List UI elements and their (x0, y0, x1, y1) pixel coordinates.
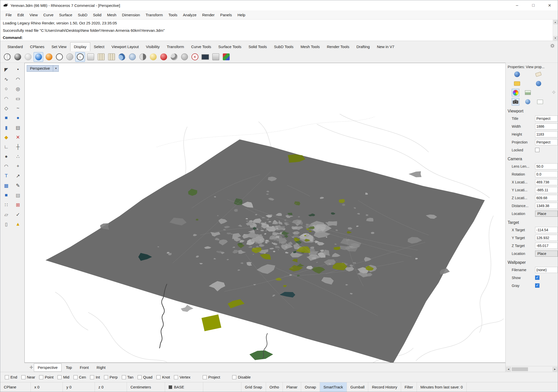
menu-item[interactable]: SubD (75, 11, 90, 19)
osnap-toggle[interactable]: Near (21, 375, 35, 379)
help-icon[interactable] (535, 80, 542, 87)
cylinder-tool-icon[interactable]: ▮ (1, 123, 12, 132)
viewport-title-label[interactable]: Perspective ▼ (27, 65, 59, 72)
shaded-sphere-tool-icon[interactable]: ● (1, 152, 12, 161)
clipping-plane-icon[interactable] (159, 52, 168, 62)
minimize-icon[interactable]: – (509, 0, 525, 10)
status-pane[interactable]: Filter (401, 382, 417, 392)
lens-length-field[interactable]: 50.0 (535, 163, 558, 169)
toolbar-tab[interactable]: SubD Tools (270, 42, 297, 51)
menu-item[interactable]: Dimension (119, 11, 143, 19)
orient-tool-icon[interactable]: ∟ (1, 142, 12, 151)
checkbox-icon[interactable] (57, 375, 62, 379)
osnap-toggle[interactable]: Int (90, 375, 100, 379)
tag-icon[interactable] (535, 70, 542, 78)
plane-tool-icon[interactable]: ▱ (1, 210, 12, 219)
rgb-cube-icon[interactable] (221, 52, 231, 62)
fullscreen-display-icon[interactable] (200, 52, 210, 62)
folder-icon[interactable] (513, 80, 521, 87)
checkbox-icon[interactable] (5, 375, 9, 379)
osnap-toggle[interactable]: Tan (122, 375, 134, 379)
chevron-down-icon[interactable]: ▼ (53, 65, 59, 72)
cone-tool-icon[interactable]: ▲ (13, 220, 23, 229)
check-tool-icon[interactable]: ✓ (13, 210, 23, 219)
checkbox-icon[interactable] (21, 375, 25, 379)
checkbox-icon[interactable] (74, 375, 78, 379)
solid-box-tool-icon[interactable]: ■ (1, 191, 12, 200)
viewport-width-field[interactable]: 1886 (535, 123, 558, 129)
cream-sphere-icon[interactable] (148, 52, 158, 62)
viewport-height-field[interactable]: 1183 (535, 131, 558, 137)
osnap-toggle[interactable]: Quad (138, 375, 153, 379)
toolbar-tab[interactable]: Render Tools (323, 42, 353, 51)
osnap-toggle[interactable]: Mid (57, 375, 69, 379)
toolbar-tab[interactable]: New in V7 (373, 42, 398, 51)
menu-item[interactable]: Panels (217, 11, 235, 19)
z-target-field[interactable]: -65.017 (535, 243, 558, 249)
project-toggle[interactable]: Project (203, 375, 220, 379)
x-location-field[interactable]: 469.738 (535, 179, 558, 185)
layers-tab-icon[interactable] (524, 89, 532, 96)
tube-tool-icon[interactable]: ▯ (1, 220, 12, 229)
osnap-toggle[interactable]: Cen (74, 375, 86, 379)
toolbar-tab[interactable]: CPlanes (26, 42, 48, 51)
z-location-field[interactable]: 609.68 (535, 195, 558, 201)
maximize-icon[interactable]: □ (525, 0, 541, 10)
wallpaper-gray-checkbox[interactable] (535, 283, 539, 288)
toolbar-tab[interactable]: Visibility (142, 42, 163, 51)
menu-item[interactable]: Solid (90, 11, 104, 19)
viewport-title-field[interactable]: Perspect (535, 115, 558, 122)
scroll-up-icon[interactable]: ▲ (553, 20, 557, 24)
toolbar-tab[interactable]: Set View (48, 42, 70, 51)
hatch-tool-icon[interactable]: ▦ (1, 181, 12, 190)
x-target-field[interactable]: -114.54 (535, 227, 558, 233)
point-tool-icon[interactable]: • (13, 65, 23, 74)
rendered-mode-icon[interactable] (34, 52, 43, 62)
gear-icon[interactable] (550, 43, 555, 49)
checkbox-icon[interactable] (90, 375, 94, 379)
disable-toggle[interactable]: Disable (232, 375, 251, 379)
grid-points-tool-icon[interactable]: ∷ (1, 200, 12, 209)
cplane-pane[interactable]: CPlane (0, 382, 31, 392)
surface-tool-icon[interactable]: ▤ (13, 191, 23, 200)
half-shade-icon[interactable] (138, 52, 148, 62)
place-target-button[interactable]: Place (535, 251, 558, 257)
locked-checkbox[interactable] (535, 148, 539, 152)
panel-gear-icon[interactable] (552, 90, 556, 95)
command-prompt[interactable]: Command: (3, 35, 550, 40)
viewport-tab[interactable]: Front (76, 364, 92, 371)
menu-item[interactable]: Curve (40, 11, 56, 19)
menu-item[interactable]: Render (199, 11, 217, 19)
technical-mode-icon[interactable] (54, 52, 64, 62)
toolbar-tab[interactable]: Surface Tools (215, 42, 245, 51)
grid-tool-icon[interactable]: ⊞ (13, 200, 23, 209)
command-area[interactable]: Loading Legacy Rhino Render, version 1.5… (0, 20, 558, 41)
annotate-tool-icon[interactable]: ✎ (13, 181, 23, 190)
artistic-mode-icon[interactable] (65, 52, 75, 62)
viewport-tab-cross-icon[interactable]: ✛ (30, 365, 33, 370)
extrude-tool-icon[interactable]: ▤ (13, 123, 23, 132)
checkbox-icon[interactable] (156, 375, 160, 379)
polygon-tool-icon[interactable]: ◇ (1, 104, 12, 113)
text-tool-icon[interactable]: T (1, 171, 12, 180)
osnap-toggle[interactable]: Perp (104, 375, 118, 379)
menu-item[interactable]: Transform (143, 11, 166, 19)
status-pane[interactable]: Planar (283, 382, 301, 392)
sphere-arrow-icon[interactable] (180, 52, 189, 62)
arc-tool-icon[interactable]: ◠ (1, 94, 12, 103)
rotation-field[interactable]: 0.0 (535, 171, 558, 177)
layer-pane[interactable]: BASE (165, 382, 203, 392)
wallpaper-show-checkbox[interactable] (535, 275, 539, 280)
checkbox-icon[interactable] (203, 375, 207, 379)
boxes-display-icon[interactable] (211, 52, 221, 62)
checkbox-icon[interactable] (138, 375, 142, 379)
units-pane[interactable]: Centimeters (127, 382, 165, 392)
scroll-right-icon[interactable]: ► (553, 367, 557, 371)
toolbar-tab[interactable]: Curve Tools (187, 42, 215, 51)
scale-tool-icon[interactable]: ↗ (13, 171, 23, 180)
wallpaper-filename-field[interactable]: (none) (535, 267, 558, 273)
move-tool-icon[interactable]: + (13, 162, 23, 171)
toolbar-tab[interactable]: Transform (163, 42, 188, 51)
checkbox-icon[interactable] (174, 375, 178, 379)
menu-item[interactable]: File (3, 11, 14, 19)
